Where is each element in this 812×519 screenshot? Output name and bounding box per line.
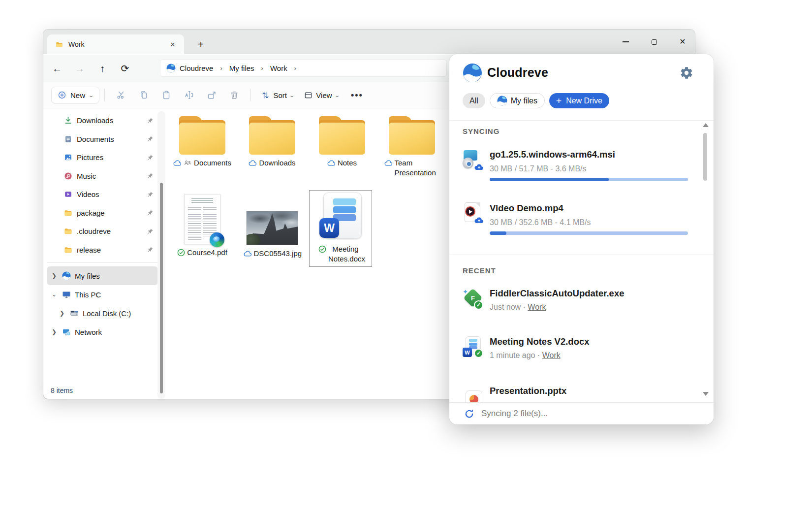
sidebar-item-local-disk-c[interactable]: ❯ Local Disk (C:) [47, 304, 157, 323]
forward-icon[interactable]: → [71, 60, 89, 77]
folder-name: Team Presentation [395, 158, 440, 177]
disk-icon [70, 309, 79, 318]
syncing-section-label: SYNCING [463, 127, 500, 135]
progress-bar [490, 231, 688, 235]
file-item-meeting-notes-docx[interactable]: W Meeting Notes.docx [309, 190, 372, 267]
maximize-button[interactable] [643, 33, 665, 50]
folder-item-downloads[interactable]: Downloads [237, 116, 307, 168]
cloudreve-logo-icon [497, 96, 507, 106]
recent-file-location-link[interactable]: Work [528, 303, 546, 311]
breadcrumb-item-work[interactable]: Work [270, 64, 287, 72]
chevron-down-icon: ⌄ [88, 93, 94, 98]
sidebar-item-network[interactable]: ❯ Network [47, 323, 157, 341]
sidebar-item-documents[interactable]: Documents [47, 130, 157, 149]
recent-file-name: FiddlerClassicAutoUpdater.exe [490, 288, 624, 299]
sidebar-item-label: My files [75, 272, 100, 280]
sidebar-item-this-pc[interactable]: ⌄ This PC [47, 285, 157, 304]
chevron-down-icon: ⌄ [289, 93, 295, 98]
file-name: Meeting Notes.docx [328, 244, 363, 263]
more-options-icon[interactable]: ••• [351, 90, 363, 100]
plus-circle-icon [58, 91, 66, 99]
new-tab-button[interactable]: + [194, 37, 208, 51]
sidebar-item-pictures[interactable]: Pictures [47, 148, 157, 167]
synced-check-badge: ✓ [474, 300, 483, 310]
chevron-right-icon[interactable]: ❯ [50, 328, 58, 335]
toolbar-divider [104, 89, 105, 101]
rename-button[interactable] [178, 86, 200, 104]
filter-my-files-pill[interactable]: My files [490, 93, 545, 108]
syncing-file-name: Video Demo.mp4 [490, 203, 563, 214]
sidebar-item-cloudreve-folder[interactable]: .cloudreve [47, 222, 157, 241]
folder-icon [178, 116, 227, 155]
folder-item-notes[interactable]: Notes [307, 116, 377, 168]
panel-scroll-area: SYNCING go1.25.5.windows-arm64.msi 30 MB… [449, 121, 714, 402]
panel-scrollbar-thumb[interactable] [703, 133, 707, 181]
folder-item-documents[interactable]: Documents [167, 116, 237, 168]
sidebar-item-downloads[interactable]: Downloads [47, 111, 157, 130]
recent-file-location-link[interactable]: Work [542, 351, 561, 359]
sidebar-item-videos[interactable]: Videos [47, 185, 157, 204]
copy-icon [139, 90, 149, 100]
chevron-down-icon[interactable]: ⌄ [50, 291, 58, 298]
navigation-pane: Downloads Documents Pictures Music Video [47, 111, 157, 341]
panel-footer: Syncing 2 file(s)... [449, 402, 714, 424]
cut-button[interactable] [110, 86, 132, 104]
copy-button[interactable] [132, 86, 155, 104]
close-button[interactable]: ✕ [671, 33, 694, 50]
breadcrumb-separator: › [258, 65, 266, 72]
cloud-status-icon [244, 250, 252, 257]
chevron-right-icon[interactable]: ❯ [58, 310, 66, 317]
word-document-icon: W [319, 193, 362, 241]
tab-close-icon[interactable]: ✕ [167, 39, 178, 50]
pin-icon [147, 209, 154, 216]
chevron-right-icon[interactable]: ❯ [50, 272, 58, 279]
folder-item-team-presentation[interactable]: Team Presentation [377, 116, 447, 177]
delete-button[interactable] [223, 86, 246, 104]
recent-file-meta: Just now · Work [490, 303, 546, 312]
breadcrumb[interactable]: Cloudreve › My files › Work › [160, 59, 447, 77]
settings-gear-icon[interactable] [680, 66, 693, 80]
scrollbar-thumb[interactable] [160, 183, 163, 393]
file-item-course4-pdf[interactable]: Course4.pdf [167, 191, 237, 258]
status-bar-item-count: 8 items [51, 387, 73, 394]
downloads-icon [64, 116, 72, 125]
sidebar-scrollbar[interactable] [157, 111, 165, 399]
minimize-button[interactable] [614, 33, 637, 50]
panel-divider [449, 255, 714, 255]
view-button[interactable]: View ⌄ [299, 87, 344, 103]
sidebar-item-label: Network [75, 328, 102, 336]
music-icon [64, 172, 72, 180]
new-button[interactable]: New ⌄ [51, 87, 99, 103]
filter-all-pill[interactable]: All [463, 93, 485, 108]
scroll-up-arrow-icon[interactable] [703, 123, 709, 127]
file-name: Course4.pdf [187, 248, 227, 258]
breadcrumb-item-my-files[interactable]: My files [229, 64, 254, 72]
sidebar-item-label: Videos [77, 190, 99, 198]
rename-icon [184, 90, 194, 100]
share-button[interactable] [200, 86, 223, 104]
sidebar-item-music[interactable]: Music [47, 167, 157, 186]
recent-file-name: Presentation.pptx [490, 386, 566, 396]
cloud-status-icon [327, 160, 336, 166]
paste-button[interactable] [155, 86, 178, 104]
file-item-dsc05543-jpg[interactable]: DSC05543.jpg [237, 191, 307, 259]
pin-icon [147, 246, 154, 253]
refresh-icon[interactable]: ⟳ [116, 60, 134, 77]
sync-icon [464, 408, 475, 420]
tab-work[interactable]: Work ✕ [47, 34, 184, 54]
sidebar-item-release[interactable]: release [47, 241, 157, 260]
pin-icon [147, 191, 154, 198]
sidebar-item-my-files[interactable]: ❯ My files [47, 266, 157, 285]
breadcrumb-item-cloudreve[interactable]: Cloudreve [180, 64, 213, 72]
sidebar-item-package[interactable]: package [47, 204, 157, 223]
word-file-icon: W ✓ [463, 336, 484, 358]
syncing-file-name: go1.25.5.windows-arm64.msi [490, 149, 615, 160]
cloud-upload-badge-icon [474, 216, 484, 224]
sort-button[interactable]: Sort ⌄ [256, 87, 299, 103]
scroll-down-arrow-icon[interactable] [703, 392, 709, 396]
new-drive-button[interactable]: + New Drive [549, 93, 609, 108]
back-icon[interactable]: ← [48, 60, 66, 77]
recent-file-time: Just now · [490, 303, 528, 311]
up-icon[interactable]: ↑ [94, 60, 111, 77]
pdf-thumbnail [184, 194, 220, 244]
